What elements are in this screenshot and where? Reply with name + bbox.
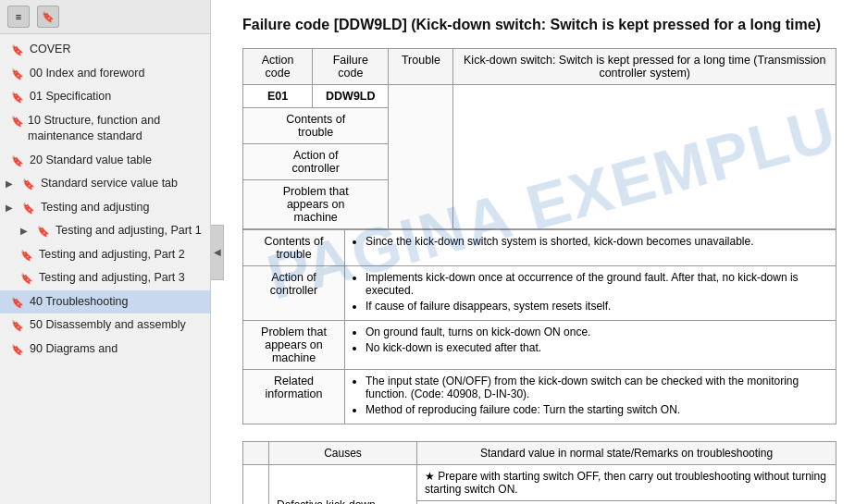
- sidebar-item-testing-part1[interactable]: ▶ 🔖 Testing and adjusting, Part 1: [0, 219, 210, 243]
- menu-icon-btn[interactable]: ≡: [7, 6, 30, 28]
- action-code-value: E01: [243, 85, 313, 108]
- trouble-cell: [389, 85, 453, 229]
- action-controller-label: Action ofcontroller: [243, 144, 389, 180]
- standard-value-header: Standard value in normal state/Remarks o…: [417, 442, 836, 465]
- bookmark-icon: 🔖: [11, 343, 24, 357]
- sidebar-item-label: 20 Standard value table: [30, 153, 152, 169]
- problem-bullet-1: On ground fault, turns on kick-down ON o…: [366, 326, 828, 338]
- sidebar-items: 🔖 COVER 🔖 00 Index and foreword 🔖 01 Spe…: [0, 34, 210, 504]
- bookmark-icon: 🔖: [37, 225, 50, 239]
- sidebar-item-label: 01 Specification: [30, 89, 111, 105]
- bookmark-icon: 🔖: [22, 202, 35, 215]
- bookmark-icon: 🔖: [11, 43, 24, 57]
- bookmark-icon: 🔖: [11, 68, 24, 81]
- action-bullet-1: Implements kick-down once at occurrence …: [366, 271, 828, 297]
- contents-trouble-label-2: Contents oftrouble: [243, 230, 345, 266]
- sidebar-item-label: 90 Diagrams and: [30, 341, 118, 358]
- sidebar-item-label: Testing and adjusting, Part 3: [39, 270, 185, 287]
- action-code-header: Action code: [243, 49, 313, 85]
- causes-table: Causes Standard value in normal state/Re…: [242, 441, 836, 504]
- sidebar-item-label: 00 Index and foreword: [30, 66, 144, 82]
- sidebar-item-label: Testing and adjusting, Part 2: [39, 247, 185, 264]
- related-info-label: Relatedinformation: [243, 370, 345, 424]
- sidebar-item-testing-part2[interactable]: 🔖 Testing and adjusting, Part 2: [0, 243, 210, 267]
- bookmark-icon: 🔖: [20, 249, 33, 263]
- bookmark-icon: 🔖: [11, 154, 24, 168]
- sidebar-item-testing[interactable]: ▶ 🔖 Testing and adjusting: [0, 196, 210, 220]
- failure-code-header: Failure code: [313, 49, 389, 85]
- related-bullet-1: The input state (ON/OFF) from the kick-d…: [366, 375, 828, 400]
- sidebar-item-label: Testing and adjusting, Part 1: [56, 223, 202, 240]
- sidebar-item-01[interactable]: 🔖 01 Specification: [0, 85, 210, 109]
- expand-arrow-icon: ▶: [6, 202, 17, 215]
- row-number: 1: [243, 465, 269, 504]
- related-bullet-2: Method of reproducing failure code: Turn…: [366, 403, 828, 416]
- sidebar-item-00[interactable]: 🔖 00 Index and foreword: [0, 62, 210, 86]
- problem-bullet-2: No kick-down is executed after that.: [366, 341, 828, 354]
- bookmark-icon: 🔖: [11, 91, 24, 104]
- sidebar-item-label: Standard service value tab: [41, 176, 178, 192]
- action-controller-label-2: Action ofcontroller: [243, 266, 345, 321]
- sidebar-item-label: COVER: [30, 42, 70, 58]
- sidebar-item-standard-service[interactable]: ▶ 🔖 Standard service value tab: [0, 172, 210, 196]
- bookmark-icon: 🔖: [22, 178, 35, 191]
- sidebar-item-label: 10 Structure, function and maintenance s…: [28, 113, 203, 145]
- sidebar-item-40[interactable]: 🔖 40 Troubleshooting: [0, 290, 210, 314]
- bookmark-icon: 🔖: [11, 319, 24, 333]
- sidebar-item-testing-part3[interactable]: 🔖 Testing and adjusting, Part 3: [0, 266, 210, 290]
- action-controller-content: Implements kick-down once at occurrence …: [345, 266, 836, 321]
- trouble-header: Trouble: [389, 49, 453, 85]
- sidebar-item-label: Testing and adjusting: [41, 200, 149, 216]
- contents-trouble-label: Contents oftrouble: [243, 108, 389, 144]
- sidebar-item-label: 40 Troubleshooting: [30, 294, 128, 311]
- sidebar-item-cover[interactable]: 🔖 COVER: [0, 38, 210, 62]
- prepare-note: ★ Prepare with starting switch OFF, then…: [417, 465, 836, 501]
- cause-description: Defective kick-down switch (Internal sho…: [269, 465, 417, 504]
- problem-machine-content: On ground fault, turns on kick-down ON o…: [345, 321, 836, 370]
- sidebar-item-20[interactable]: 🔖 20 Standard value table: [0, 149, 210, 173]
- related-info-content: The input state (ON/OFF) from the kick-d…: [345, 370, 836, 424]
- causes-header: Causes: [269, 442, 417, 465]
- sidebar-item-10[interactable]: 🔖 10 Structure, function and maintenance…: [0, 109, 210, 149]
- problem-machine-label-2: Problem thatappears onmachine: [243, 321, 345, 370]
- failure-code-value: DDW9LD: [313, 85, 389, 108]
- sidebar-item-90[interactable]: 🔖 90 Diagrams and: [0, 338, 210, 362]
- expand-arrow-icon: ▶: [6, 178, 17, 191]
- sidebar: ≡ 🔖 🔖 COVER 🔖 00 Index and foreword 🔖 01…: [0, 0, 211, 504]
- bookmark-icon: 🔖: [11, 115, 22, 129]
- problem-machine-label: Problem thatappears onmachine: [243, 180, 389, 229]
- info-table: Action code Failure code Trouble Kick-do…: [242, 48, 836, 229]
- info-detail-table: Contents oftrouble Since the kick-down s…: [242, 229, 836, 424]
- sidebar-toolbar: ≡ 🔖: [0, 0, 210, 34]
- bookmark-icon: 🔖: [11, 296, 24, 310]
- collapse-sidebar-handle[interactable]: ◀: [211, 225, 224, 280]
- action-bullet-2: If cause of failure disappears, system r…: [366, 300, 828, 313]
- description-cell: [453, 85, 836, 229]
- bookmark-icon: 🔖: [20, 272, 33, 286]
- expand-arrow-icon: ▶: [20, 225, 31, 238]
- sidebar-item-label: 50 Disassembly and assembly: [30, 317, 186, 334]
- sidebar-item-50[interactable]: 🔖 50 Disassembly and assembly: [0, 313, 210, 338]
- bookmark-icon-btn[interactable]: 🔖: [37, 6, 59, 28]
- description-header: Kick-down switch: Switch is kept pressed…: [453, 49, 836, 85]
- page-title: Failure code [DDW9LD] (Kick-down switch:…: [242, 15, 836, 35]
- no-header: [243, 442, 269, 465]
- contents-trouble-content: Since the kick-down switch system is sho…: [345, 230, 836, 266]
- main-content: PAGINA EXEMPLU Failure code [DDW9LD] (Ki…: [224, 0, 855, 504]
